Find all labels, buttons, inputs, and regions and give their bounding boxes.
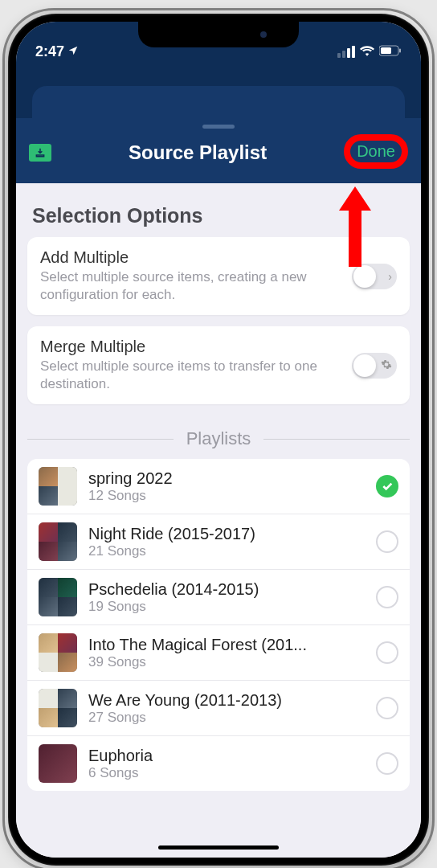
playlist-count: 19 Songs <box>88 599 376 615</box>
playlist-count: 27 Songs <box>88 710 376 726</box>
svg-rect-2 <box>399 48 401 52</box>
add-multiple-toggle[interactable]: › <box>352 264 397 289</box>
playlists-list: spring 2022 12 Songs Night Ride (2015-20… <box>27 459 410 791</box>
device-notch <box>138 22 299 47</box>
done-button[interactable]: Done <box>357 142 395 160</box>
playlist-artwork <box>39 467 77 506</box>
playlists-divider: Playlists <box>27 428 410 449</box>
playlist-count: 39 Songs <box>88 654 376 670</box>
playlist-name: Night Ride (2015-2017) <box>88 525 376 543</box>
option-subtitle: Select multiple source items, creating a… <box>40 268 344 304</box>
playlist-count: 12 Songs <box>88 488 376 504</box>
playlist-artwork <box>39 744 77 783</box>
playlist-count: 6 Songs <box>88 765 376 781</box>
background-header-area <box>16 70 421 118</box>
gear-icon <box>381 358 392 372</box>
modal-header: Source Playlist Done <box>16 118 421 183</box>
playlist-name: Into The Magical Forest (201... <box>88 636 376 654</box>
unchecked-circle-icon[interactable] <box>376 586 398 608</box>
status-time: 2:47 <box>35 43 64 60</box>
playlist-name: Pschedelia (2014-2015) <box>88 580 376 599</box>
merge-multiple-toggle[interactable] <box>352 353 397 379</box>
playlist-artwork <box>39 578 77 616</box>
sheet-grabber[interactable] <box>202 125 235 129</box>
option-add-multiple[interactable]: Add Multiple Select multiple source item… <box>27 237 410 315</box>
playlist-row[interactable]: Pschedelia (2014-2015) 19 Songs <box>27 570 410 625</box>
option-subtitle: Select multiple source items to transfer… <box>40 358 344 393</box>
playlist-count: 21 Songs <box>88 543 376 559</box>
unchecked-circle-icon[interactable] <box>376 697 398 719</box>
page-title: Source Playlist <box>129 141 267 164</box>
playlist-name: We Are Young (2011-2013) <box>88 691 376 710</box>
playlist-artwork <box>39 633 77 672</box>
playlist-row[interactable]: Euphoria 6 Songs <box>27 736 410 791</box>
annotation-highlight-done: Done <box>344 134 408 169</box>
playlist-row[interactable]: Into The Magical Forest (201... 39 Songs <box>27 625 410 681</box>
playlist-row[interactable]: We Are Young (2011-2013) 27 Songs <box>27 681 410 736</box>
svg-rect-1 <box>381 47 391 54</box>
playlist-artwork <box>39 689 77 727</box>
home-indicator[interactable] <box>158 845 279 850</box>
selection-options-header: Selection Options <box>27 194 410 237</box>
content-area: Selection Options Add Multiple Select mu… <box>16 183 421 858</box>
playlists-header-label: Playlists <box>174 428 264 449</box>
playlist-artwork <box>39 522 77 561</box>
option-title: Add Multiple <box>40 248 344 267</box>
unchecked-circle-icon[interactable] <box>376 752 398 775</box>
chevron-right-icon: › <box>388 270 392 283</box>
checkmark-icon[interactable] <box>376 475 398 497</box>
playlist-row[interactable]: spring 2022 12 Songs <box>27 459 410 514</box>
option-title: Merge Multiple <box>40 338 344 356</box>
playlist-row[interactable]: Night Ride (2015-2017) 21 Songs <box>27 514 410 570</box>
battery-icon <box>379 45 402 59</box>
unchecked-circle-icon[interactable] <box>376 530 398 553</box>
import-icon[interactable] <box>29 144 51 162</box>
playlist-name: Euphoria <box>88 747 376 765</box>
wifi-icon <box>360 45 374 59</box>
location-icon <box>67 43 79 60</box>
playlist-name: spring 2022 <box>88 469 376 488</box>
option-merge-multiple[interactable]: Merge Multiple Select multiple source it… <box>27 326 410 404</box>
unchecked-circle-icon[interactable] <box>376 641 398 664</box>
cellular-icon <box>337 46 355 58</box>
